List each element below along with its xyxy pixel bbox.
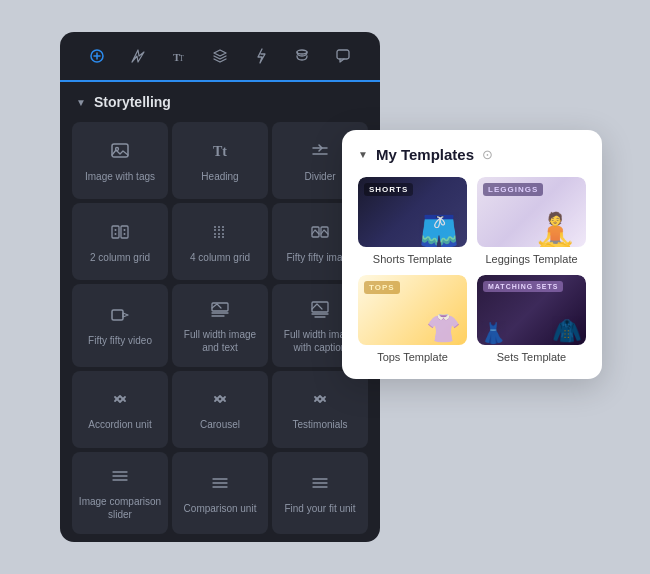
template-item-leggings[interactable]: LEGGINGS 🧘 Leggings Template [477,177,586,265]
grid-item-full-width-image-text[interactable]: Full width image and text [172,284,268,366]
svg-rect-13 [112,226,119,238]
grid-item-find-fit[interactable]: Find your fit unit [272,452,368,534]
grid-item-label: Image with tags [85,170,155,183]
template-thumb-shorts: SHORTS 🩳 [358,177,467,247]
grid-item-label: Fifty fifty video [88,334,152,347]
grid-item-comparison-unit[interactable]: Comparison unit [172,452,268,534]
svg-point-29 [218,236,220,238]
templates-panel: ▼ My Templates ⊙ SHORTS 🩳 Shorts Templat… [342,130,602,379]
template-item-sets[interactable]: MATCHING SETS 🧥 👗 Sets Template [477,275,586,363]
grid-item-label: Comparison unit [184,502,257,515]
section-title: Storytelling [94,94,171,110]
comparison-unit-icon [210,473,230,496]
grid-item-label: Testimonials [292,418,347,431]
grid-item-heading[interactable]: Tt Heading [172,122,268,199]
svg-point-27 [222,226,224,228]
carousel-icon [210,389,230,412]
svg-rect-8 [112,144,128,157]
svg-point-30 [222,236,224,238]
sets-figure: 🧥 [552,319,582,343]
image-icon [110,141,130,164]
grid-item-label: Find your fit unit [284,502,355,515]
grid2-icon [110,222,130,245]
svg-rect-7 [337,50,349,59]
svg-point-17 [115,233,117,235]
svg-point-23 [218,233,220,235]
templates-title: My Templates [376,146,474,163]
magic-icon[interactable] [126,44,150,72]
template-label-sets: Sets Template [477,351,586,363]
svg-point-19 [214,229,216,231]
heading-icon: Tt [210,141,230,164]
bolt-icon[interactable] [249,44,273,72]
grid-item-label: Full width image and text [178,328,262,354]
svg-marker-5 [214,50,226,56]
components-grid: Image with tags Tt Heading Divider [60,118,380,542]
accordion-icon [110,389,130,412]
video-icon [110,305,130,328]
svg-point-6 [297,50,307,54]
template-thumb-tops: TOPS 👚 [358,275,467,345]
template-label-tops: Tops Template [358,351,467,363]
templates-grid: SHORTS 🩳 Shorts Template LEGGINGS 🧘 Legg… [358,177,586,363]
find-fit-icon [310,473,330,496]
grid-item-label: 4 column grid [190,251,250,264]
template-item-tops[interactable]: TOPS 👚 Tops Template [358,275,467,363]
svg-point-15 [115,229,117,231]
grid-item-accordion[interactable]: Accordion unit [72,371,168,448]
shorts-figure: 🩳 [419,215,459,247]
full-image-text-icon [210,299,230,322]
grid-item-2col-grid[interactable]: 2 column grid [72,203,168,280]
svg-point-26 [218,226,220,228]
template-label-shorts: Shorts Template [358,253,467,265]
grid-item-image-comparison-slider[interactable]: Image comparison slider [72,452,168,534]
template-item-shorts[interactable]: SHORTS 🩳 Shorts Template [358,177,467,265]
text-format-icon[interactable]: T T [167,44,191,72]
svg-point-18 [124,233,126,235]
testimonials-icon [310,389,330,412]
layers-icon[interactable] [208,44,232,72]
database-icon[interactable] [290,44,314,72]
grid-item-label: Divider [304,170,335,183]
grid-item-image-with-tags[interactable]: Image with tags [72,122,168,199]
svg-point-24 [222,233,224,235]
svg-point-22 [214,233,216,235]
sets-badge: MATCHING SETS [483,281,563,292]
leggings-figure: 🧘 [534,213,576,247]
template-label-leggings: Leggings Template [477,253,586,265]
section-header: ▼ Storytelling [60,82,380,118]
plus-icon[interactable] [85,44,109,72]
grid-item-label: 2 column grid [90,251,150,264]
grid-item-carousel[interactable]: Carousel [172,371,268,448]
full-image-caption-icon [310,299,330,322]
grid-item-label: Heading [201,170,238,183]
template-thumb-leggings: LEGGINGS 🧘 [477,177,586,247]
chat-icon[interactable] [331,44,355,72]
grid-item-fifty-fifty-video[interactable]: Fifty fifty video [72,284,168,366]
grid-item-testimonials[interactable]: Testimonials [272,371,368,448]
svg-point-25 [214,226,216,228]
grid-item-label: Carousel [200,418,240,431]
svg-point-16 [124,229,126,231]
svg-point-21 [222,229,224,231]
templates-help-icon[interactable]: ⊙ [482,147,493,162]
tops-badge: TOPS [364,281,400,294]
grid4-icon [210,222,230,245]
main-panel: T T [60,32,380,542]
grid-item-label: Accordion unit [88,418,151,431]
grid-item-4col-grid[interactable]: 4 column grid [172,203,268,280]
comparison-slider-icon [110,466,130,489]
svg-rect-14 [121,226,128,238]
svg-text:Tt: Tt [213,144,227,159]
svg-rect-33 [112,310,123,320]
sets-figure2: 👗 [481,323,506,343]
grid-item-label: Image comparison slider [78,495,162,521]
svg-text:T: T [179,54,184,63]
templates-header: ▼ My Templates ⊙ [358,146,586,163]
section-chevron[interactable]: ▼ [76,97,86,108]
svg-point-28 [214,236,216,238]
leggings-badge: LEGGINGS [483,183,543,196]
templates-chevron[interactable]: ▼ [358,149,368,160]
tops-figure: 👚 [426,315,461,343]
shorts-badge: SHORTS [364,183,413,196]
